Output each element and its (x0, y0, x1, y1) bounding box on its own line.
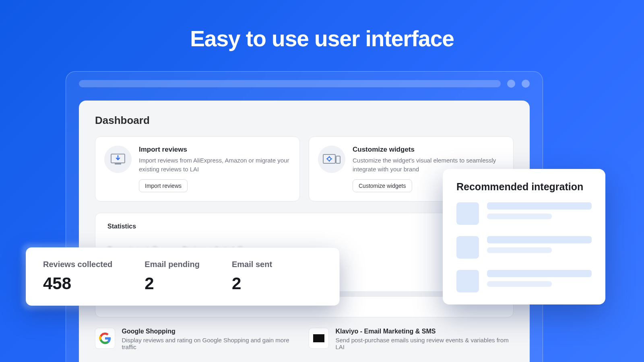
placeholder-line (487, 214, 552, 219)
stat-label: Email pending (144, 260, 200, 269)
stat-value: 458 (43, 274, 112, 293)
integration-description: Send post-purchase emails using review e… (335, 337, 514, 350)
statistics-title: Statistics (107, 223, 501, 230)
recommended-integration-card: Recommended integration (443, 169, 605, 304)
stat-email-pending: Email pending 2 (144, 260, 200, 293)
card-title: Import reviews (139, 146, 291, 154)
import-reviews-card: Import reviews Import reviews from AliEx… (95, 136, 300, 202)
placeholder-icon (456, 270, 479, 292)
placeholder-icon (456, 202, 479, 225)
stat-label: Reviews collected (43, 260, 112, 269)
customize-icon (318, 146, 345, 173)
stat-label: Email sent (232, 260, 272, 269)
integration-klaviyo[interactable]: Klaviyo - Email Marketing & SMS Send pos… (309, 328, 514, 350)
import-icon (104, 146, 132, 173)
recommended-item[interactable] (456, 270, 592, 292)
svg-point-4 (328, 157, 331, 160)
placeholder-line (487, 202, 592, 210)
stat-value: 2 (144, 274, 200, 293)
placeholder-line (487, 236, 592, 243)
svg-rect-3 (336, 156, 340, 163)
customize-widgets-button[interactable]: Customize widgets (353, 179, 412, 192)
placeholder-line (487, 270, 592, 277)
floating-stats-card: Reviews collected 458 Email pending 2 Em… (26, 247, 340, 306)
card-title: Customize widgets (353, 146, 504, 154)
window-control-icon[interactable] (507, 80, 515, 88)
svg-rect-2 (323, 154, 335, 163)
integration-title: Google Shopping (122, 328, 300, 335)
google-icon (95, 328, 115, 349)
placeholder-icon (456, 236, 479, 259)
window-control-icon[interactable] (522, 80, 530, 88)
card-title: Recommended integration (456, 181, 592, 193)
integration-title: Klaviyo - Email Marketing & SMS (335, 328, 514, 335)
page-title: Dashboard (95, 114, 514, 127)
placeholder-line (487, 247, 552, 253)
recommended-item[interactable] (456, 236, 592, 259)
klaviyo-icon (309, 328, 329, 349)
svg-rect-1 (115, 163, 121, 165)
browser-toolbar (66, 72, 543, 96)
recommended-item[interactable] (456, 202, 592, 225)
stat-value: 2 (232, 274, 272, 293)
placeholder-line (487, 281, 552, 287)
import-reviews-button[interactable]: Import reviews (139, 179, 188, 192)
integration-description: Display reviews and rating on Google Sho… (122, 337, 300, 350)
card-description: Import reviews from AliExpress, Amazon o… (139, 156, 291, 174)
stat-reviews-collected: Reviews collected 458 (43, 260, 112, 293)
hero-title: Easy to use user interface (0, 0, 644, 51)
address-bar[interactable] (79, 80, 501, 87)
stat-email-sent: Email sent 2 (232, 260, 272, 293)
integration-google-shopping[interactable]: Google Shopping Display reviews and rati… (95, 328, 300, 350)
